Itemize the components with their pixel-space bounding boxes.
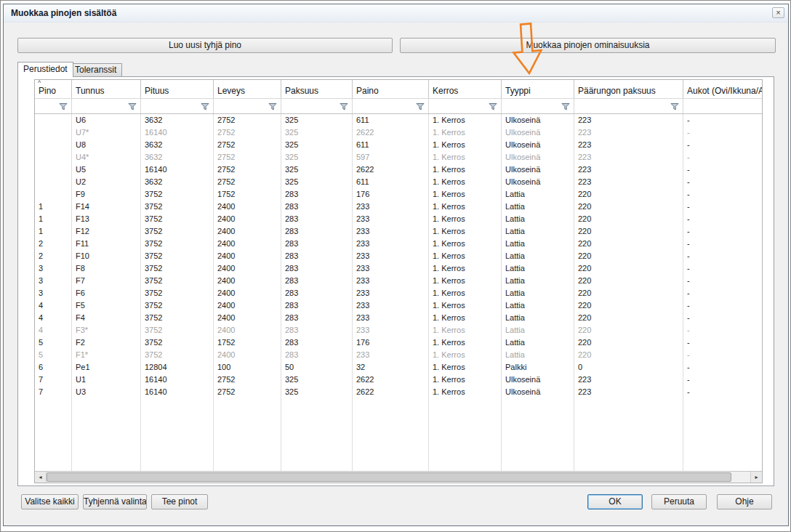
filter-cell-pituus[interactable] (141, 99, 214, 113)
cancel-button[interactable]: Peruuta (651, 494, 707, 509)
table-row[interactable]: 6Pe11280410050321. KerrosPalkki0- (35, 361, 762, 374)
cell-tunnus: U8 (72, 139, 141, 151)
cell-paarungon_paksuus: 223 (574, 151, 683, 164)
tab-perustiedot[interactable]: Perustiedot (17, 62, 73, 77)
column-header-tyyppi[interactable]: Tyyppi (502, 80, 574, 98)
cell-aukot: - (683, 238, 762, 250)
cell-tyyppi: Lattia (502, 238, 574, 250)
cell-paino: 176 (353, 336, 429, 349)
cell-tunnus (72, 448, 141, 460)
cell-pino (35, 176, 72, 188)
cell-pituus: 3632 (141, 114, 214, 126)
cell-leveys (214, 398, 281, 411)
filter-funnel-icon (340, 102, 348, 110)
cell-aukot: - (683, 213, 762, 225)
column-header-tunnus[interactable]: Tunnus (72, 80, 141, 98)
table-row[interactable]: U6363227523256111. KerrosUlkoseinä223- (35, 114, 762, 126)
stacks-table: ^ PinoTunnusPituusLeveysPaksuusPainoKerr… (34, 79, 763, 483)
table-row[interactable]: U4*363227523255971. KerrosUlkoseinä223- (35, 151, 762, 164)
cell-tyyppi: Lattia (502, 349, 574, 361)
title-bar[interactable]: Muokkaa pinojen sisältöä × (4, 4, 788, 23)
cell-paksuus: 325 (281, 176, 353, 188)
filter-cell-paino[interactable] (353, 99, 429, 113)
cell-pino (35, 126, 72, 139)
table-row[interactable]: 5F1*375224002832331. KerrosLattia220- (35, 349, 762, 361)
table-row[interactable]: 4F4375224002832331. KerrosLattia220- (35, 312, 762, 324)
table-row[interactable]: U2363227523256111. KerrosUlkoseinä223- (35, 176, 762, 188)
column-header-leveys[interactable]: Leveys (214, 80, 281, 98)
cell-tyyppi (502, 398, 574, 411)
filter-cell-tyyppi[interactable] (502, 99, 574, 113)
cell-tunnus (72, 411, 141, 423)
table-row[interactable]: 5F2375217522831761. KerrosLattia220- (35, 336, 762, 349)
table-row[interactable]: 2F10375224002832331. KerrosLattia220- (35, 250, 762, 262)
cell-aukot: - (683, 176, 762, 188)
table-row[interactable]: U516140275232526221. KerrosUlkoseinä223- (35, 164, 762, 176)
tab-toleranssit[interactable]: Toleranssit (69, 63, 122, 76)
column-header-paino[interactable]: Paino (353, 80, 429, 98)
column-header-paksuus[interactable]: Paksuus (281, 80, 353, 98)
table-row[interactable]: F9375217522831761. KerrosLattia220- (35, 188, 762, 201)
cell-paksuus: 325 (281, 386, 353, 398)
filter-funnel-icon (670, 102, 679, 110)
filter-cell-kerros[interactable] (429, 99, 502, 113)
cell-paksuus: 325 (281, 374, 353, 386)
table-row[interactable]: 7U316140275232526221. KerrosUlkoseinä223… (35, 386, 762, 398)
table-row[interactable]: 1F14375224002832331. KerrosLattia220- (35, 201, 762, 213)
cell-pino: 2 (35, 238, 72, 250)
ok-button[interactable]: OK (587, 494, 643, 509)
table-row[interactable]: 3F7375224002832331. KerrosLattia220- (35, 275, 762, 287)
cell-paksuus (281, 411, 353, 423)
cell-pino (35, 398, 72, 411)
filter-cell-leveys[interactable] (214, 99, 281, 113)
help-button[interactable]: Ohje (717, 494, 772, 509)
cell-tunnus: F1* (72, 349, 141, 361)
table-row[interactable]: U7*16140275232526221. KerrosUlkoseinä223… (35, 126, 762, 139)
filter-cell-paarungon_paksuus[interactable] (574, 99, 683, 113)
table-row[interactable]: 3F8375224002832331. KerrosLattia220- (35, 262, 762, 275)
cell-paino: 611 (353, 114, 429, 126)
cell-paksuus: 283 (281, 287, 353, 299)
column-header-aukot[interactable]: Aukot (Ovi/Ikkuna/A (683, 80, 763, 98)
cell-paksuus (281, 448, 353, 460)
scrollbar-thumb[interactable] (47, 472, 731, 482)
column-header-paarungon_paksuus[interactable]: Päärungon paksuus (574, 80, 683, 98)
table-row[interactable]: 1F13375224002832331. KerrosLattia220- (35, 213, 762, 225)
table-row[interactable]: 3F6375224002832331. KerrosLattia220- (35, 287, 762, 299)
make-stacks-button[interactable]: Tee pinot (151, 494, 208, 509)
cell-paarungon_paksuus: 220 (574, 225, 683, 238)
cell-tyyppi (502, 423, 574, 435)
create-empty-stack-button[interactable]: Luo uusi tyhjä pino (17, 38, 393, 53)
table-row[interactable]: 4F5375224002832331. KerrosLattia220- (35, 299, 762, 312)
cell-paino: 2622 (353, 126, 429, 139)
horizontal-scrollbar[interactable]: ◂ ▸ (35, 471, 762, 483)
column-header-kerros[interactable]: Kerros (429, 80, 502, 98)
filter-cell-pino[interactable] (35, 99, 72, 113)
cell-paarungon_paksuus: 220 (574, 238, 683, 250)
cell-paino: 176 (353, 188, 429, 201)
table-row[interactable]: 4F3*375224002832331. KerrosLattia220- (35, 324, 762, 336)
table-row[interactable]: 7U116140275232526221. KerrosUlkoseinä223… (35, 374, 762, 386)
filter-cell-paksuus[interactable] (281, 99, 353, 113)
select-all-button[interactable]: Valitse kaikki (21, 494, 79, 509)
table-row[interactable]: 1F12375224002832331. KerrosLattia220- (35, 225, 762, 238)
cell-paarungon_paksuus (574, 423, 683, 435)
clear-selection-button[interactable]: Tyhjennä valinta (83, 494, 147, 509)
filter-cell-tunnus[interactable] (72, 99, 141, 113)
table-row[interactable]: 2F11375224002832331. KerrosLattia220- (35, 238, 762, 250)
close-button[interactable]: × (772, 7, 784, 18)
dialog-muokkaa-pinojen-sisaltoa: Muokkaa pinojen sisältöä × Luo uusi tyhj… (3, 4, 789, 526)
cell-kerros: 1. Kerros (429, 336, 502, 349)
cell-aukot: - (683, 151, 762, 164)
cell-paarungon_paksuus: 223 (574, 386, 683, 398)
column-header-pituus[interactable]: Pituus (141, 80, 214, 98)
scroll-right-button[interactable]: ▸ (750, 472, 762, 483)
cell-aukot (683, 423, 762, 435)
cell-leveys: 2400 (214, 287, 281, 299)
table-row[interactable]: U8363227523256111. KerrosUlkoseinä223- (35, 139, 762, 151)
scroll-left-button[interactable]: ◂ (35, 472, 47, 483)
edit-stack-properties-button[interactable]: Muokkaa pinojen ominaisuuksia (400, 38, 776, 53)
filter-cell-aukot[interactable] (683, 99, 763, 113)
cell-tunnus: U7* (72, 126, 141, 139)
cell-tunnus: U6 (72, 114, 141, 126)
